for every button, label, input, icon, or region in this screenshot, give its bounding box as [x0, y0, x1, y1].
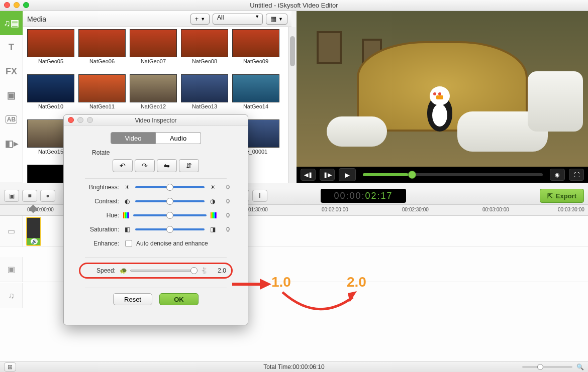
sidebar-item-fx[interactable]: FX [0, 59, 23, 83]
sidebar-item-text[interactable]: T [0, 35, 23, 59]
select-caret-icon: ▼ [255, 14, 259, 19]
tool-button-record[interactable]: ■ [22, 190, 37, 202]
window-traffic-lights [4, 2, 29, 8]
tool-button-mic[interactable]: ● [40, 190, 55, 202]
inspector-close-button[interactable] [68, 117, 74, 123]
media-item-label: NatGeo08 [192, 58, 217, 64]
timeline-clip[interactable]: 🔊 [26, 217, 41, 246]
sidebar-item-pip[interactable]: ▣ [0, 83, 23, 107]
media-scrollbar[interactable] [288, 27, 296, 183]
speed-slider[interactable] [130, 268, 198, 273]
contrast-row: Contrast: ◐ ◑ 0 [64, 198, 248, 205]
step-forward-button[interactable]: ❚▶ [320, 169, 335, 181]
pip-icon: ▣ [7, 90, 16, 101]
media-filter-select[interactable]: All▼ [213, 14, 263, 25]
slider-knob[interactable] [166, 212, 173, 219]
tab-video-label: Video [125, 135, 141, 142]
zoom-slider[interactable] [522, 366, 572, 368]
scrollbar-thumb[interactable] [290, 36, 295, 66]
saturation-high-icon: ◨ [209, 226, 217, 233]
speed-knob[interactable] [190, 267, 198, 274]
track-head-video[interactable]: ▭ [0, 216, 23, 247]
hue-low-icon [123, 212, 129, 218]
preview-viewport[interactable] [297, 11, 588, 167]
slider-knob[interactable] [166, 184, 173, 191]
media-item[interactable]: NatGeo12 [130, 74, 177, 109]
play-button[interactable]: ▶ [339, 168, 356, 181]
slider-knob[interactable] [166, 198, 173, 205]
snapshot-button[interactable]: ◉ [550, 169, 565, 181]
media-item[interactable]: NatGeo05 [27, 29, 74, 64]
media-item[interactable]: NatGeo11 [78, 74, 126, 109]
media-item[interactable]: NatGeo14 [232, 74, 279, 109]
flip-vertical-button[interactable]: ⇵ [179, 159, 199, 172]
fullscreen-button[interactable]: ⛶ [569, 169, 584, 181]
rotate-cw-button[interactable]: ↷ [135, 159, 155, 172]
media-item[interactable]: NatGeo07 [130, 29, 177, 64]
tool-button-info[interactable]: i [252, 190, 267, 202]
media-thumbnail [78, 74, 126, 102]
preview-progress-slider[interactable] [363, 173, 543, 176]
media-item[interactable]: NatGeo13 [181, 74, 228, 109]
brightness-slider[interactable] [135, 186, 205, 188]
rotate-ccw-icon: ↶ [120, 162, 126, 170]
media-item-label: NatGeo12 [141, 103, 166, 109]
contrast-slider[interactable] [135, 200, 205, 202]
media-item[interactable]: NatGeo08 [181, 29, 228, 64]
enhance-checkbox[interactable] [125, 240, 132, 247]
sidebar-item-ab[interactable]: AB [0, 107, 23, 132]
close-window-button[interactable] [4, 2, 10, 8]
sidebar-item-media[interactable]: ♫▤ [0, 11, 23, 35]
ok-button[interactable]: OK [159, 293, 199, 305]
media-thumbnail [78, 29, 126, 57]
flip-v-icon: ⇵ [186, 162, 192, 170]
view-mode-button[interactable]: ▦▼ [266, 14, 287, 25]
timecode-prefix: 00:00: [334, 191, 365, 201]
step-back-icon: ◀❚ [304, 172, 313, 178]
hue-high-icon [211, 212, 217, 218]
zoom-knob[interactable] [537, 364, 543, 370]
media-item-label: NatGeo13 [192, 103, 217, 109]
sidebar-item-transitions[interactable]: ◧▸ [0, 132, 23, 156]
step-forward-icon: ❚▶ [323, 172, 332, 178]
video-track-icon: ▭ [8, 226, 15, 236]
brightness-label: Brightness: [82, 184, 119, 191]
slider-knob[interactable] [166, 226, 173, 233]
media-thumbnail [130, 74, 177, 102]
saturation-slider[interactable] [135, 228, 205, 230]
track-head-overlay[interactable]: ▣ [0, 257, 23, 282]
total-time-label: Total Time:00:00:06:10 [263, 363, 324, 370]
tab-video[interactable]: Video [111, 132, 156, 144]
export-button[interactable]: ⇱ Export [540, 189, 584, 203]
text-icon: T [9, 42, 14, 53]
preview-decor-frame [317, 31, 342, 64]
contrast-value: 0 [217, 198, 230, 205]
inspector-minimize-button [77, 117, 83, 123]
step-back-button[interactable]: ◀❚ [301, 169, 316, 181]
saturation-row: Saturation: ◧ ◨ 0 [64, 226, 248, 233]
add-media-button[interactable]: +▼ [190, 14, 210, 25]
inspector-tabs: Video Audio [64, 132, 248, 144]
flip-horizontal-button[interactable]: ⇋ [157, 159, 177, 172]
progress-fill [363, 173, 408, 176]
search-icon[interactable]: 🔍 [576, 363, 584, 370]
progress-knob[interactable] [408, 171, 416, 179]
minimize-window-button[interactable] [14, 2, 20, 8]
contrast-label: Contrast: [82, 198, 119, 205]
media-item[interactable]: NatGeo06 [78, 29, 126, 64]
rotate-ccw-button[interactable]: ↶ [113, 159, 133, 172]
media-item-label: NatGeo15 [38, 149, 63, 155]
svg-marker-1 [260, 279, 271, 290]
maximize-window-button[interactable] [23, 2, 29, 8]
hue-slider[interactable] [133, 214, 207, 216]
track-head-audio[interactable]: ♫ [0, 283, 23, 308]
media-item[interactable]: NatGeo10 [27, 74, 74, 109]
speed-track [130, 270, 198, 272]
rotate-label: Rotate [92, 149, 248, 156]
media-item-label: NatGeo07 [141, 58, 166, 64]
reset-button[interactable]: Reset [113, 293, 152, 305]
media-item[interactable]: NatGeo09 [232, 29, 279, 64]
fit-button[interactable]: ⊞ [4, 362, 16, 371]
tab-audio[interactable]: Audio [156, 132, 201, 144]
tool-button-1[interactable]: ▣ [4, 190, 19, 202]
